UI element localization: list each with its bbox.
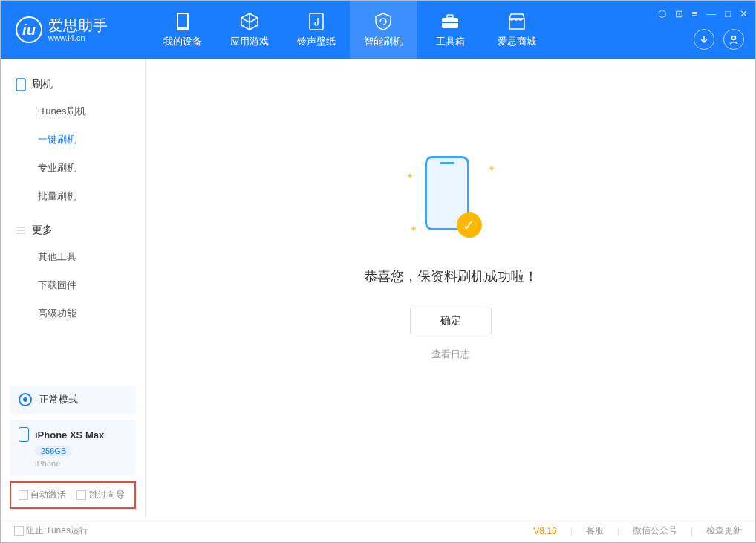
- shield-refresh-icon: [373, 11, 394, 32]
- nav-label: 应用游戏: [230, 35, 269, 48]
- mode-label: 正常模式: [39, 393, 78, 406]
- svg-rect-5: [442, 22, 458, 23]
- shop-icon: [506, 11, 527, 32]
- shirt-icon[interactable]: ⬡: [658, 8, 666, 19]
- device-card[interactable]: iPhone XS Max 256GB iPhone: [10, 420, 136, 475]
- nav-label: 铃声壁纸: [297, 35, 336, 48]
- menu-icon[interactable]: ≡: [692, 8, 698, 19]
- device-size: 256GB: [35, 446, 72, 456]
- mode-icon: [19, 393, 32, 406]
- nav-label: 智能刷机: [364, 35, 403, 48]
- view-log-link[interactable]: 查看日志: [431, 348, 470, 361]
- list-icon: [16, 225, 26, 235]
- customer-service-link[interactable]: 客服: [586, 524, 604, 537]
- sidebar-item-pro-flash[interactable]: 专业刷机: [1, 154, 145, 182]
- sparkle-icon: ✦: [488, 163, 495, 174]
- sidebar-item-batch-flash[interactable]: 批量刷机: [1, 182, 145, 210]
- nav-label: 工具箱: [436, 35, 465, 48]
- version-label: V8.16: [533, 526, 556, 536]
- minimize-icon[interactable]: —: [706, 8, 716, 19]
- logo-area: iu 爱思助手 www.i4.cn: [1, 16, 149, 43]
- svg-point-6: [732, 36, 736, 40]
- svg-rect-4: [447, 15, 453, 18]
- logo-icon: iu: [16, 16, 42, 43]
- sidebar-item-oneclick-flash[interactable]: 一键刷机: [1, 126, 145, 154]
- nav-toolbox[interactable]: 工具箱: [417, 1, 483, 59]
- nav-label: 我的设备: [163, 35, 202, 48]
- sidebar-section-flash: 刷机: [1, 72, 145, 97]
- check-update-link[interactable]: 检查更新: [706, 524, 742, 537]
- window-controls: ⬡ ⊡ ≡ — □ ✕: [658, 8, 748, 19]
- maximize-icon[interactable]: □: [725, 8, 731, 19]
- section-title: 更多: [32, 224, 53, 237]
- app-url: www.i4.cn: [48, 33, 108, 42]
- device-icon: [16, 78, 26, 91]
- main-content: ✦ ✦ ✦ ✓ 恭喜您，保资料刷机成功啦！ 确定 查看日志: [146, 59, 755, 518]
- checkbox-block-itunes[interactable]: 阻止iTunes运行: [14, 524, 88, 537]
- cube-icon: [239, 11, 260, 32]
- sparkle-icon: ✦: [410, 224, 417, 234]
- sidebar-item-download-firmware[interactable]: 下载固件: [1, 271, 145, 299]
- nav-label: 爱思商城: [498, 35, 536, 48]
- footer: 阻止iTunes运行 V8.16 | 客服 | 微信公众号 | 检查更新: [1, 518, 755, 543]
- app-name: 爱思助手: [48, 17, 108, 33]
- lock-icon[interactable]: ⊡: [675, 8, 683, 19]
- confirm-button[interactable]: 确定: [410, 308, 492, 334]
- sidebar-item-itunes-flash[interactable]: iTunes刷机: [1, 97, 145, 126]
- nav-ringtone-wallpaper[interactable]: 铃声壁纸: [283, 1, 350, 59]
- sidebar-item-other-tools[interactable]: 其他工具: [1, 243, 145, 271]
- sidebar: 刷机 iTunes刷机 一键刷机 专业刷机 批量刷机 更多 其他工具 下载固件 …: [1, 59, 146, 518]
- section-title: 刷机: [32, 78, 53, 91]
- download-button[interactable]: [694, 29, 714, 50]
- user-button[interactable]: [723, 29, 744, 50]
- mode-card[interactable]: 正常模式: [10, 386, 136, 414]
- nav-store[interactable]: 爱思商城: [483, 1, 550, 59]
- svg-rect-2: [310, 13, 323, 30]
- sidebar-section-more: 更多: [1, 218, 145, 243]
- device-name: iPhone XS Max: [35, 429, 104, 440]
- toolbox-icon: [440, 11, 460, 32]
- app-header: iu 爱思助手 www.i4.cn 我的设备 应用游戏 铃声壁纸 智能刷机 工具…: [1, 1, 755, 59]
- checkbox-skip-guide[interactable]: 跳过向导: [76, 489, 124, 501]
- nav-tabs: 我的设备 应用游戏 铃声壁纸 智能刷机 工具箱 爱思商城: [149, 1, 550, 59]
- sparkle-icon: ✦: [406, 171, 414, 181]
- header-user-area: [694, 29, 744, 50]
- svg-rect-7: [16, 79, 25, 91]
- success-message: 恭喜您，保资料刷机成功啦！: [364, 267, 538, 285]
- check-badge-icon: ✓: [457, 212, 482, 238]
- nav-my-device[interactable]: 我的设备: [149, 1, 216, 59]
- music-file-icon: [306, 11, 327, 32]
- close-icon[interactable]: ✕: [740, 8, 748, 19]
- checkbox-auto-activate[interactable]: 自动激活: [19, 489, 66, 501]
- options-highlighted: 自动激活 跳过向导: [10, 481, 136, 509]
- nav-smart-flash[interactable]: 智能刷机: [350, 1, 417, 59]
- device-type: iPhone: [35, 459, 127, 468]
- nav-apps-games[interactable]: 应用游戏: [216, 1, 283, 59]
- success-illustration: ✦ ✦ ✦ ✓: [399, 156, 503, 245]
- phone-icon: [172, 11, 193, 32]
- sidebar-item-advanced[interactable]: 高级功能: [1, 299, 145, 328]
- svg-rect-1: [178, 14, 187, 27]
- phone-outline-icon: [19, 427, 29, 442]
- wechat-link[interactable]: 微信公众号: [633, 524, 677, 537]
